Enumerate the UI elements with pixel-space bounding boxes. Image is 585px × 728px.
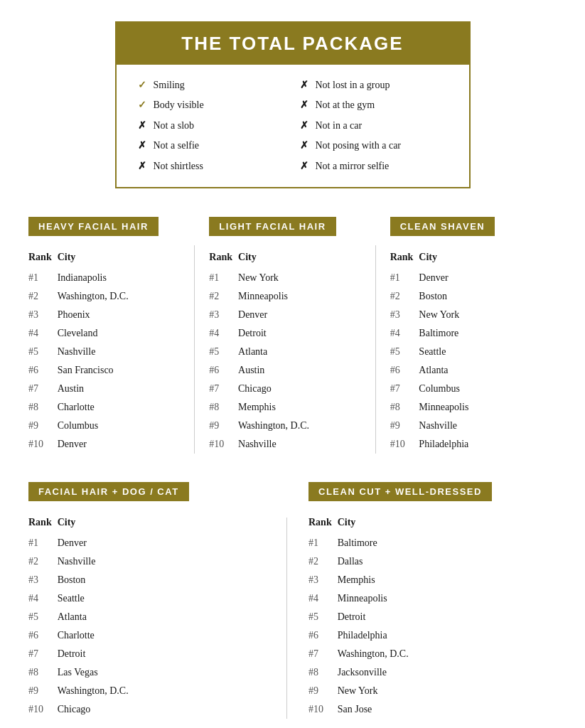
rank-col-header: Rank	[308, 514, 338, 534]
city-col-header: City	[58, 514, 277, 534]
checkmark-icon: ✓	[138, 77, 148, 93]
facial-hair-dog-cat-table: Rank City #1Denver#2Nashville#3Boston#4S…	[28, 514, 277, 719]
rank-col-header: Rank	[390, 249, 419, 269]
checklist-item-label: Not posing with a car	[316, 138, 402, 154]
city-cell: Chicago	[58, 700, 277, 719]
table-row: #5Atlanta	[28, 608, 277, 626]
table-row: #8Jacksonville	[308, 663, 557, 682]
clean-cut-well-dressed-table: Rank City #1Baltimore#2Dallas#3Memphis#4…	[308, 514, 557, 719]
table-row: #6Atlanta	[390, 361, 546, 380]
checklist-item: ✓Smiling	[138, 77, 286, 93]
table-row: #5Atlanta	[209, 343, 365, 361]
checklist-item: ✗Not posing with a car	[300, 138, 448, 154]
table-row: #1Denver	[28, 534, 277, 552]
rank-cell: #6	[28, 361, 58, 380]
city-cell: New York	[238, 269, 365, 287]
checklist-item-label: Not a mirror selfie	[316, 159, 390, 174]
city-cell: Baltimore	[338, 534, 557, 552]
table-row: #6San Francisco	[28, 361, 184, 380]
x-icon: ✗	[300, 138, 310, 154]
table-row: #3Memphis	[308, 571, 557, 589]
facial-hair-dog-cat-section: FACIAL HAIR + DOG / CAT Rank City #1Denv…	[28, 482, 298, 719]
city-cell: Washington, D.C.	[58, 287, 185, 306]
city-cell: Detroit	[238, 324, 365, 343]
table-row: #9New York	[308, 682, 557, 700]
table-row: #4Cleveland	[28, 324, 184, 343]
rank-cell: #3	[308, 571, 338, 589]
heavy-facial-hair-table: Rank City #1Indianapolis#2Washington, D.…	[28, 249, 184, 454]
table-row: #1Baltimore	[308, 534, 557, 552]
table-row: #3Boston	[28, 571, 277, 589]
table-row: #2Boston	[390, 287, 546, 306]
checklist-item: ✗Not shirtless	[138, 159, 286, 174]
rank-cell: #7	[209, 380, 238, 398]
rank-cell: #7	[28, 380, 58, 398]
rank-cell: #10	[390, 435, 419, 454]
city-cell: New York	[338, 682, 557, 700]
rank-cell: #1	[28, 269, 58, 287]
table-row: #1Indianapolis	[28, 269, 184, 287]
x-icon: ✗	[300, 97, 310, 113]
rank-cell: #7	[308, 645, 338, 663]
table-row: #6Philadelphia	[308, 626, 557, 645]
table-row: #7Chicago	[209, 380, 365, 398]
x-icon: ✗	[300, 118, 310, 134]
city-col-header: City	[338, 514, 557, 534]
city-cell: Indianapolis	[58, 269, 185, 287]
checklist: ✓Smiling✗Not lost in a group✓Body visibl…	[117, 65, 469, 187]
table-row: #5Nashville	[28, 343, 184, 361]
rank-cell: #2	[28, 552, 58, 571]
checklist-item-label: Smiling	[154, 77, 185, 93]
table-row: #10Denver	[28, 435, 184, 454]
rank-col-header: Rank	[209, 249, 238, 269]
checklist-item: ✓Body visible	[138, 97, 286, 113]
facial-hair-dog-cat-label: FACIAL HAIR + DOG / CAT	[28, 482, 189, 501]
rank-cell: #2	[209, 287, 238, 306]
clean-cut-well-dressed-label: CLEAN CUT + WELL-DRESSED	[308, 482, 492, 501]
checklist-item: ✗Not at the gym	[300, 97, 448, 113]
x-icon: ✗	[138, 159, 148, 174]
table-row: #3Denver	[209, 306, 365, 324]
table-row: #1New York	[209, 269, 365, 287]
clean-shaven-section: CLEAN SHAVEN Rank City #1Denver#2Boston#…	[390, 217, 557, 454]
city-cell: Dallas	[338, 552, 557, 571]
city-cell: San Jose	[338, 700, 557, 719]
rank-cell: #4	[28, 589, 58, 608]
table-row: #7Detroit	[28, 645, 277, 663]
rank-cell: #9	[28, 417, 58, 435]
city-cell: Washington, D.C.	[338, 645, 557, 663]
checklist-item-label: Not at the gym	[316, 97, 375, 113]
city-cell: Charlotte	[58, 626, 277, 645]
rank-cell: #4	[209, 324, 238, 343]
rank-cell: #7	[28, 645, 58, 663]
header-box: THE TOTAL PACKAGE ✓Smiling✗Not lost in a…	[115, 21, 471, 188]
checklist-item: ✗Not a selfie	[138, 138, 286, 154]
city-cell: Nashville	[58, 343, 185, 361]
table-row: #4Minneapolis	[308, 589, 557, 608]
rank-cell: #6	[308, 626, 338, 645]
city-cell: Columbus	[58, 417, 185, 435]
table-row: #2Nashville	[28, 552, 277, 571]
rank-cell: #5	[390, 343, 419, 361]
city-cell: Denver	[238, 306, 365, 324]
table-row: #10Nashville	[209, 435, 365, 454]
rank-cell: #9	[390, 417, 419, 435]
table-row: #8Charlotte	[28, 398, 184, 417]
rank-cell: #1	[209, 269, 238, 287]
city-cell: Denver	[58, 435, 185, 454]
table-row: #8Memphis	[209, 398, 365, 417]
table-row: #4Seattle	[28, 589, 277, 608]
rank-cell: #7	[390, 380, 419, 398]
city-cell: Phoenix	[58, 306, 185, 324]
city-cell: Nashville	[58, 552, 277, 571]
rank-cell: #10	[209, 435, 238, 454]
rank-cell: #5	[28, 608, 58, 626]
table-row: #2Washington, D.C.	[28, 287, 184, 306]
rank-cell: #5	[308, 608, 338, 626]
table-row: #9Washington, D.C.	[209, 417, 365, 435]
rank-cell: #8	[390, 398, 419, 417]
light-facial-hair-table: Rank City #1New York#2Minneapolis#3Denve…	[209, 249, 365, 454]
table-row: #7Austin	[28, 380, 184, 398]
checklist-item: ✗Not a slob	[138, 118, 286, 134]
rank-cell: #9	[28, 682, 58, 700]
